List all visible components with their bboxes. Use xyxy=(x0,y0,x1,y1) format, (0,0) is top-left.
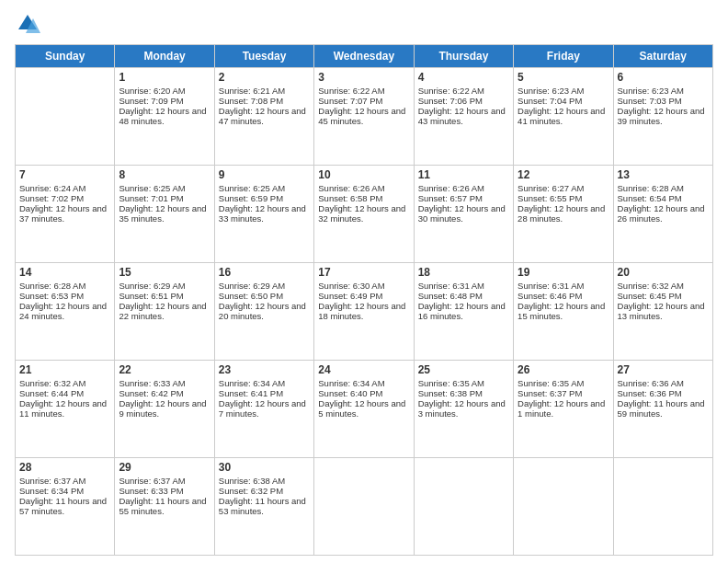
page: SundayMondayTuesdayWednesdayThursdayFrid… xyxy=(0,0,728,563)
calendar-table: SundayMondayTuesdayWednesdayThursdayFrid… xyxy=(15,44,713,556)
calendar-header-row: SundayMondayTuesdayWednesdayThursdayFrid… xyxy=(16,45,713,68)
day-header-sunday: Sunday xyxy=(16,45,115,68)
day-header-saturday: Saturday xyxy=(613,45,712,68)
sunrise-text: Sunrise: 6:33 AM xyxy=(119,378,185,388)
day-number: 1 xyxy=(119,71,210,84)
daylight-text: Daylight: 12 hours and 37 minutes. xyxy=(19,203,107,224)
sunset-text: Sunset: 6:45 PM xyxy=(618,291,682,301)
daylight-text: Daylight: 11 hours and 55 minutes. xyxy=(119,496,206,516)
calendar-cell: 13Sunrise: 6:28 AMSunset: 6:54 PMDayligh… xyxy=(613,166,712,263)
daylight-text: Daylight: 12 hours and 3 minutes. xyxy=(418,398,506,419)
day-number: 29 xyxy=(119,461,210,474)
sunset-text: Sunset: 6:46 PM xyxy=(518,291,582,301)
day-number: 27 xyxy=(618,363,709,376)
sunset-text: Sunset: 6:33 PM xyxy=(119,486,183,496)
calendar-week-row: 1Sunrise: 6:20 AMSunset: 7:09 PMDaylight… xyxy=(16,68,713,166)
daylight-text: Daylight: 12 hours and 5 minutes. xyxy=(318,398,405,419)
sunset-text: Sunset: 6:42 PM xyxy=(119,388,183,398)
sunrise-text: Sunrise: 6:38 AM xyxy=(219,476,285,486)
calendar-cell: 12Sunrise: 6:27 AMSunset: 6:55 PMDayligh… xyxy=(514,166,613,263)
logo xyxy=(15,11,44,37)
day-number: 7 xyxy=(19,168,110,181)
calendar-cell: 18Sunrise: 6:31 AMSunset: 6:48 PMDayligh… xyxy=(414,263,513,361)
sunset-text: Sunset: 6:51 PM xyxy=(119,291,183,301)
sunset-text: Sunset: 6:49 PM xyxy=(318,291,382,301)
sunrise-text: Sunrise: 6:27 AM xyxy=(518,183,584,193)
calendar-cell: 11Sunrise: 6:26 AMSunset: 6:57 PMDayligh… xyxy=(414,166,513,263)
sunrise-text: Sunrise: 6:35 AM xyxy=(418,378,484,388)
daylight-text: Daylight: 12 hours and 20 minutes. xyxy=(219,301,306,321)
day-number: 16 xyxy=(219,266,310,279)
sunrise-text: Sunrise: 6:35 AM xyxy=(518,378,584,388)
calendar-cell: 1Sunrise: 6:20 AMSunset: 7:09 PMDaylight… xyxy=(115,68,214,166)
day-number: 28 xyxy=(19,461,110,474)
sunrise-text: Sunrise: 6:26 AM xyxy=(418,183,484,193)
day-number: 13 xyxy=(618,168,709,181)
calendar-cell: 24Sunrise: 6:34 AMSunset: 6:40 PMDayligh… xyxy=(314,361,414,458)
calendar-cell: 16Sunrise: 6:29 AMSunset: 6:50 PMDayligh… xyxy=(214,263,313,361)
sunrise-text: Sunrise: 6:22 AM xyxy=(318,86,384,96)
sunset-text: Sunset: 6:41 PM xyxy=(219,388,283,398)
sunrise-text: Sunrise: 6:32 AM xyxy=(618,281,684,291)
sunset-text: Sunset: 6:32 PM xyxy=(219,486,283,496)
calendar-cell: 19Sunrise: 6:31 AMSunset: 6:46 PMDayligh… xyxy=(514,263,613,361)
day-number: 23 xyxy=(219,363,310,376)
calendar-cell xyxy=(314,458,414,556)
day-number: 17 xyxy=(318,266,409,279)
sunrise-text: Sunrise: 6:32 AM xyxy=(19,378,85,388)
calendar-cell: 25Sunrise: 6:35 AMSunset: 6:38 PMDayligh… xyxy=(414,361,513,458)
sunset-text: Sunset: 6:48 PM xyxy=(418,291,483,301)
sunset-text: Sunset: 7:02 PM xyxy=(19,193,84,203)
daylight-text: Daylight: 12 hours and 43 minutes. xyxy=(418,106,506,126)
day-number: 4 xyxy=(418,71,509,84)
daylight-text: Daylight: 12 hours and 22 minutes. xyxy=(119,301,206,321)
sunset-text: Sunset: 6:34 PM xyxy=(19,486,84,496)
sunset-text: Sunset: 7:04 PM xyxy=(518,96,582,106)
day-number: 24 xyxy=(318,363,409,376)
sunset-text: Sunset: 7:08 PM xyxy=(219,96,283,106)
day-number: 30 xyxy=(219,461,310,474)
day-header-friday: Friday xyxy=(514,45,613,68)
sunset-text: Sunset: 6:58 PM xyxy=(318,193,382,203)
daylight-text: Daylight: 12 hours and 33 minutes. xyxy=(219,203,306,224)
sunrise-text: Sunrise: 6:36 AM xyxy=(618,378,684,388)
sunrise-text: Sunrise: 6:37 AM xyxy=(19,476,85,486)
daylight-text: Daylight: 12 hours and 16 minutes. xyxy=(418,301,506,321)
sunrise-text: Sunrise: 6:29 AM xyxy=(119,281,185,291)
calendar-cell: 30Sunrise: 6:38 AMSunset: 6:32 PMDayligh… xyxy=(214,458,313,556)
sunrise-text: Sunrise: 6:28 AM xyxy=(618,183,684,193)
calendar-cell: 9Sunrise: 6:25 AMSunset: 6:59 PMDaylight… xyxy=(214,166,313,263)
sunset-text: Sunset: 7:06 PM xyxy=(418,96,483,106)
daylight-text: Daylight: 12 hours and 15 minutes. xyxy=(518,301,605,321)
day-number: 19 xyxy=(518,266,609,279)
day-number: 6 xyxy=(618,71,709,84)
sunrise-text: Sunrise: 6:31 AM xyxy=(418,281,484,291)
sunset-text: Sunset: 7:01 PM xyxy=(119,193,183,203)
sunset-text: Sunset: 7:07 PM xyxy=(318,96,382,106)
sunrise-text: Sunrise: 6:34 AM xyxy=(219,378,285,388)
sunrise-text: Sunrise: 6:26 AM xyxy=(318,183,384,193)
daylight-text: Daylight: 12 hours and 18 minutes. xyxy=(318,301,405,321)
daylight-text: Daylight: 11 hours and 59 minutes. xyxy=(618,398,705,419)
sunset-text: Sunset: 6:38 PM xyxy=(418,388,483,398)
sunrise-text: Sunrise: 6:21 AM xyxy=(219,86,285,96)
sunset-text: Sunset: 7:09 PM xyxy=(119,96,183,106)
sunrise-text: Sunrise: 6:24 AM xyxy=(19,183,85,193)
sunset-text: Sunset: 6:55 PM xyxy=(518,193,582,203)
day-number: 3 xyxy=(318,71,409,84)
calendar-cell: 3Sunrise: 6:22 AMSunset: 7:07 PMDaylight… xyxy=(314,68,414,166)
daylight-text: Daylight: 12 hours and 9 minutes. xyxy=(119,398,206,419)
daylight-text: Daylight: 12 hours and 32 minutes. xyxy=(318,203,405,224)
daylight-text: Daylight: 12 hours and 41 minutes. xyxy=(518,106,605,126)
calendar-cell: 4Sunrise: 6:22 AMSunset: 7:06 PMDaylight… xyxy=(414,68,513,166)
calendar-week-row: 7Sunrise: 6:24 AMSunset: 7:02 PMDaylight… xyxy=(16,166,713,263)
sunset-text: Sunset: 6:53 PM xyxy=(19,291,84,301)
calendar-cell: 2Sunrise: 6:21 AMSunset: 7:08 PMDaylight… xyxy=(214,68,313,166)
day-number: 26 xyxy=(518,363,609,376)
calendar-cell: 15Sunrise: 6:29 AMSunset: 6:51 PMDayligh… xyxy=(115,263,214,361)
calendar-week-row: 21Sunrise: 6:32 AMSunset: 6:44 PMDayligh… xyxy=(16,361,713,458)
daylight-text: Daylight: 12 hours and 13 minutes. xyxy=(618,301,705,321)
calendar-week-row: 28Sunrise: 6:37 AMSunset: 6:34 PMDayligh… xyxy=(16,458,713,556)
calendar-cell: 14Sunrise: 6:28 AMSunset: 6:53 PMDayligh… xyxy=(16,263,115,361)
day-header-thursday: Thursday xyxy=(414,45,513,68)
